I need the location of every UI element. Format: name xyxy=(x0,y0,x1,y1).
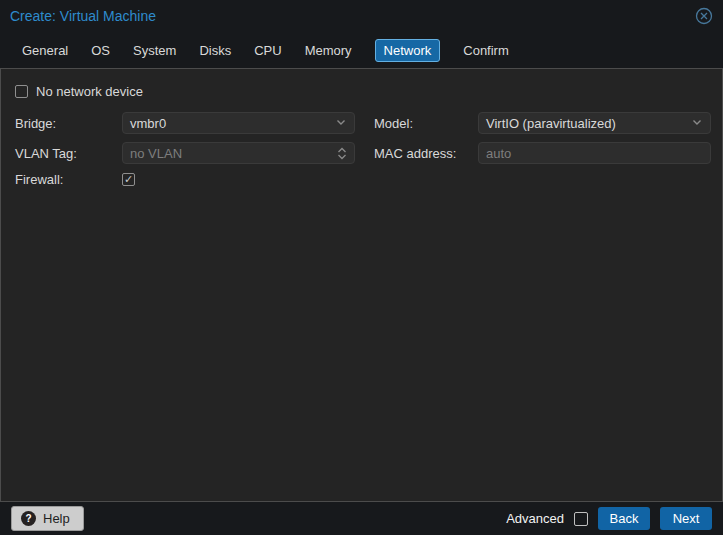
model-value: VirtIO (paravirtualized) xyxy=(486,116,616,131)
vlan-tag-spinner[interactable]: no VLAN xyxy=(122,142,355,164)
tab-system[interactable]: System xyxy=(133,39,176,62)
model-label: Model: xyxy=(355,116,478,131)
no-network-device-label: No network device xyxy=(36,84,143,99)
firewall-checkbox[interactable]: ✓ xyxy=(122,173,135,186)
vlan-tag-value: no VLAN xyxy=(130,146,182,161)
question-icon: ? xyxy=(21,511,36,526)
tab-confirm[interactable]: Confirm xyxy=(463,39,509,62)
chevron-down-icon xyxy=(691,116,703,131)
advanced-label: Advanced xyxy=(506,511,564,526)
vlan-tag-label: VLAN Tag: xyxy=(15,146,122,161)
tab-network[interactable]: Network xyxy=(375,39,441,62)
close-icon[interactable] xyxy=(695,7,713,25)
mac-address-label: MAC address: xyxy=(355,146,478,161)
bridge-value: vmbr0 xyxy=(130,116,166,131)
spinner-arrows-icon[interactable] xyxy=(337,147,347,160)
create-vm-dialog: Create: Virtual Machine General OS Syste… xyxy=(0,0,723,535)
next-button[interactable]: Next xyxy=(660,507,712,530)
tab-memory[interactable]: Memory xyxy=(305,39,352,62)
help-button-label: Help xyxy=(43,511,70,526)
help-button[interactable]: ? Help xyxy=(11,506,84,531)
title-bar: Create: Virtual Machine xyxy=(0,0,723,32)
network-form-panel: No network device Bridge: vmbr0 Model: V… xyxy=(0,68,723,502)
chevron-down-icon xyxy=(335,116,347,131)
tab-os[interactable]: OS xyxy=(91,39,110,62)
firewall-label: Firewall: xyxy=(15,172,122,187)
model-select[interactable]: VirtIO (paravirtualized) xyxy=(478,112,711,134)
no-network-device-row: No network device xyxy=(15,84,722,99)
tab-disks[interactable]: Disks xyxy=(199,39,231,62)
dialog-title: Create: Virtual Machine xyxy=(10,8,156,24)
footer-actions: Advanced Back Next xyxy=(506,507,712,530)
checkmark-icon: ✓ xyxy=(124,174,133,185)
mac-address-input[interactable] xyxy=(478,142,711,164)
tab-bar: General OS System Disks CPU Memory Netwo… xyxy=(0,32,723,68)
advanced-checkbox[interactable] xyxy=(574,512,588,526)
bridge-select[interactable]: vmbr0 xyxy=(122,112,355,134)
tab-cpu[interactable]: CPU xyxy=(254,39,281,62)
back-button[interactable]: Back xyxy=(598,507,650,530)
tab-general[interactable]: General xyxy=(22,39,68,62)
no-network-device-checkbox[interactable] xyxy=(15,85,28,98)
footer-bar: ? Help Advanced Back Next xyxy=(0,502,723,535)
form-grid: Bridge: vmbr0 Model: VirtIO (paravirtual… xyxy=(15,112,722,187)
bridge-label: Bridge: xyxy=(15,116,122,131)
